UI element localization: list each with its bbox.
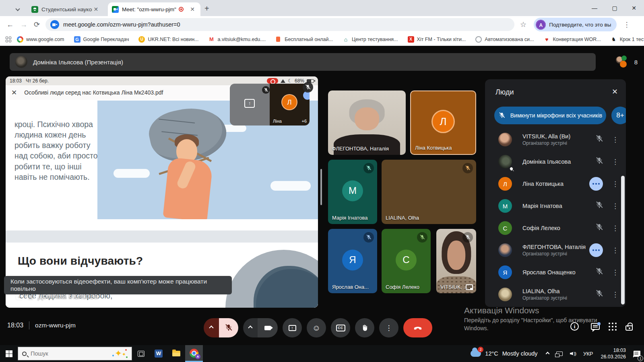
task-view-button[interactable] [132,345,150,362]
window-maximize-button[interactable]: ▢ [605,0,624,16]
bookmark-converter[interactable]: ♥Конвертация WOR... [544,36,601,43]
more-options-button[interactable]: ⋮ [612,290,619,299]
weather-widget[interactable]: 2 12°C Mostly cloudy [466,350,542,357]
participant-row[interactable]: Л Ліна Котвицька ⋮ [485,174,626,194]
reload-button[interactable]: ⟳ [34,20,40,29]
search-input[interactable] [31,350,99,357]
bookmark-hitfm[interactable]: XХіт FM - Тільки хіти... [408,36,466,43]
video-tile-yaroslav[interactable]: Я Ярослав Она... [328,229,377,293]
bookmark-star-icon[interactable]: ☆ [520,20,526,29]
participant-name: VITSIUK, Alla (Ви) [522,133,570,140]
taskbar-explorer[interactable] [167,345,185,362]
speaking-indicator[interactable] [589,243,603,257]
participant-name: Ярослав Онащенко [522,269,576,276]
forward-button[interactable]: → [20,21,27,29]
taskbar-search[interactable]: ✦✦ [18,347,132,360]
panel-scrollbar[interactable] [621,176,625,304]
bookmark-translate[interactable]: GGoogle Перекладач [74,36,129,43]
participant-count[interactable]: 8 [615,55,638,69]
video-tile-vitsiuk[interactable]: VITSIUK, ... [436,229,476,293]
captions-icon: CC [336,325,345,331]
language-indicator[interactable]: УКР [580,345,597,362]
host-controls-lock-icon[interactable] [625,325,633,331]
avatar: Я [498,265,512,279]
browser-tab-active[interactable]: Meet: "ozm-wwru-pjm" ✕ [108,2,200,16]
participant-name: ФЛЕГОНТОВА, Наталія [522,243,586,251]
tiles-scrollbar[interactable] [320,169,322,205]
chat-icon[interactable] [591,323,600,330]
add-person-button[interactable]: 8+ [611,107,626,124]
bookmark-test-center[interactable]: ⌂Центр тестування... [343,36,398,43]
camera-icon[interactable] [258,318,278,337]
url-text[interactable]: meet.google.com/ozm-wwru-pjm?authuser=0 [63,21,180,28]
close-panel-icon[interactable]: ✕ [612,87,618,96]
participant-row[interactable]: Домініка Ільясова ⋮ [485,152,626,172]
more-options-button[interactable]: ⋮ [612,136,619,144]
bookmark-krok-tests[interactable]: ♞Крок 1 тести [611,36,644,43]
reactions-button[interactable]: ☺ [307,318,326,337]
tab-close-icon[interactable]: ✕ [188,5,196,13]
participant-row[interactable]: М Марія Ігнатова ⋮ [485,196,626,216]
profile-chip[interactable]: A Подтвердите, что это вы [534,18,617,31]
mic-muted-icon[interactable] [219,318,238,337]
volume-icon[interactable]: )) [566,345,580,362]
mic-options-chevron-icon[interactable] [204,318,219,337]
window-minimize-button[interactable]: — [585,0,604,16]
video-tile-flegontova[interactable]: ФЛЕГОНТОВА, Наталія [328,90,406,155]
raise-hand-button[interactable] [355,318,374,337]
more-options-button[interactable]: ⋮ [612,202,619,210]
back-button[interactable]: ← [6,21,14,29]
camera-button[interactable] [243,318,278,337]
present-button[interactable]: ↑ [283,318,302,337]
browser-menu-icon[interactable]: ⋮ [623,21,630,29]
more-options-button[interactable]: ⋮ [612,268,619,277]
window-close-button[interactable]: ✕ [625,0,643,16]
tab-title: Студентський науковий гурток [41,6,92,12]
info-icon[interactable]: i [570,322,579,331]
bookmark-automated-system[interactable]: Автоматизована си... [475,36,534,43]
network-icon[interactable] [553,345,566,362]
video-tile-lina[interactable]: Л Ліна Котвицька [410,90,476,155]
mute-all-button[interactable]: Вимкнути мікрофони всіх учасників [494,107,606,124]
more-options-button[interactable]: ⋮ [612,158,619,166]
bookmark-ukrnet[interactable]: UUKR.NET: Всі новин... [138,36,198,43]
tray-expand-button[interactable] [543,345,553,362]
participant-row[interactable]: Я Ярослав Онащенко ⋮ [485,262,626,282]
bookmark-google[interactable]: www.google.com [17,36,64,43]
tab-close-icon[interactable]: ✕ [92,5,100,13]
shared-screen-tile[interactable]: 18:03 Чт 26 бер. ☾ 68% ✕ Особливі люди с… [6,76,318,308]
activities-grid-icon[interactable] [609,323,610,324]
pdf-close-icon[interactable]: ✕ [11,88,17,97]
taskbar-clock[interactable]: 18:03 26.03.2026 [597,347,630,360]
participant-row[interactable]: ФЛЕГОНТОВА, Наталія Організатор зустрічі… [485,240,626,260]
start-button[interactable] [0,345,18,362]
bookmark-pdf-tool[interactable]: Бесплатный онлай... [275,36,333,43]
browser-tab-inactive[interactable]: Студентський науковий гурток ✕ [27,2,104,16]
camera-options-chevron-icon[interactable] [243,318,258,337]
more-options-button[interactable]: ⋮ [612,246,619,255]
mic-button[interactable] [204,318,238,337]
participant-row[interactable]: LIALINA, Olha Організатор зустрічі ⋮ [485,284,626,304]
tab-search-icon[interactable] [16,5,21,10]
captions-button[interactable]: CC [331,318,350,337]
video-tile-sofiia[interactable]: С Софія Лелеко [382,229,431,293]
notification-center-button[interactable]: 1 [630,345,644,362]
video-tile-mariia[interactable]: М Марія Ігнатова [328,160,377,224]
apps-grid-icon[interactable] [6,37,11,42]
speaking-indicator[interactable] [589,177,603,191]
gmail-icon: M [208,36,215,43]
taskbar-chrome-active[interactable]: A [185,345,203,362]
mic-muted-icon [596,157,603,166]
taskbar-word[interactable]: W [150,345,167,362]
more-options-button[interactable]: ⋮ [379,318,398,337]
end-call-button[interactable] [403,318,432,337]
more-options-button[interactable]: ⋮ [612,224,619,232]
bookmark-gmail[interactable]: Ma.vitsiuk@kmu.edu.... [208,36,266,43]
new-tab-button[interactable]: + [204,4,209,13]
search-highlights-icon[interactable]: ✦✦ [111,348,128,359]
more-options-button[interactable]: ⋮ [612,180,619,188]
video-tile-lialina[interactable]: LIALINA, Olha [382,160,476,224]
address-bar[interactable]: meet.google.com/ozm-wwru-pjm?authuser=0 [45,18,514,31]
participant-row[interactable]: С Софія Лелеко ⋮ [485,218,626,238]
participant-row[interactable]: VITSIUK, Alla (Ви) Організатор зустрічі … [485,130,626,150]
